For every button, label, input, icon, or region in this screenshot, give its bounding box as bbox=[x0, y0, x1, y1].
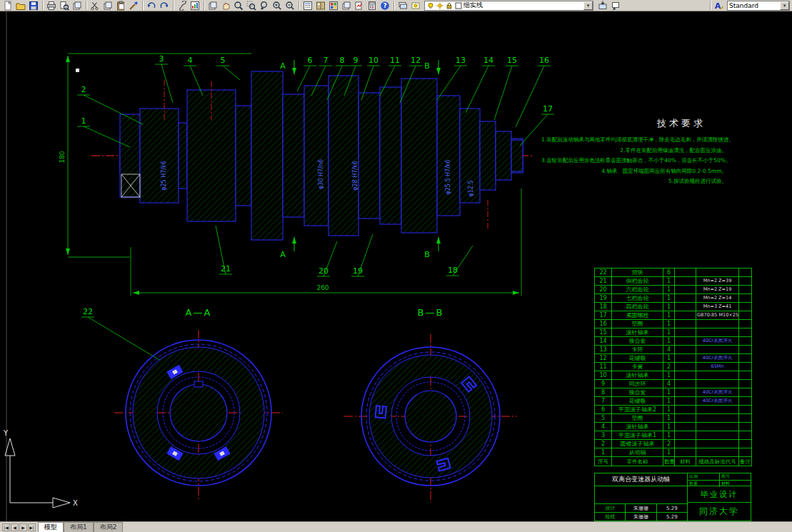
save-icon[interactable] bbox=[27, 0, 40, 11]
main-assembly-view bbox=[91, 71, 534, 240]
text-style-combo-value: Standard bbox=[729, 2, 778, 9]
sheetset-manager-icon[interactable] bbox=[340, 0, 353, 11]
insert-hyperlink-icon[interactable] bbox=[176, 0, 189, 11]
first-tab-button[interactable]: |◀ bbox=[2, 523, 10, 531]
layer-properties-manager-icon[interactable] bbox=[396, 0, 409, 11]
toolbar-separator bbox=[708, 0, 713, 11]
zoom-window-icon[interactable] bbox=[245, 0, 258, 11]
text-style-dropdown-icon[interactable]: ▾ bbox=[780, 1, 789, 10]
parts-table-row: 21倒档齿轮1Mn=2 Z=39 bbox=[595, 277, 752, 286]
last-tab-button[interactable]: ▶| bbox=[28, 523, 36, 531]
match-properties-icon[interactable] bbox=[127, 0, 140, 11]
tab-模型[interactable]: 模型 bbox=[38, 522, 64, 532]
callout-label: 16 bbox=[539, 56, 549, 65]
keyway bbox=[194, 381, 203, 387]
cut-icon[interactable] bbox=[89, 0, 101, 11]
zoom-in-icon[interactable] bbox=[271, 0, 284, 11]
shaft-dim-label: φ25 H7/k6 bbox=[161, 161, 167, 191]
section-view-b: B—B bbox=[344, 307, 517, 503]
sign-name: 朱珊珊 bbox=[626, 504, 656, 512]
sign-date: 5.29 bbox=[657, 513, 687, 521]
tab-nav-buttons: |◀◀▶▶| bbox=[0, 522, 38, 532]
toolbar-separator bbox=[40, 0, 45, 11]
title-block-project: 毕业设计 bbox=[688, 486, 751, 503]
sign-row-check: 校核 朱珊珊 5.29 bbox=[595, 512, 687, 521]
toolbar-separator bbox=[140, 0, 145, 11]
callout-label: 8 bbox=[340, 56, 345, 65]
paste-icon[interactable] bbox=[114, 0, 127, 11]
shaft-dim-label: φ28 H7/k6 bbox=[352, 161, 359, 191]
title-block-part-name: 双离合变速器从动轴 bbox=[595, 473, 688, 486]
layer-color-swatch[interactable] bbox=[454, 1, 462, 9]
parts-table-row: 17紧固螺栓1GB70-85 M10×25 bbox=[595, 311, 752, 320]
text-style-icon[interactable]: A bbox=[713, 0, 726, 11]
section-arrow-b-top: B bbox=[424, 61, 430, 71]
parts-table-row: 12花键毂140Cr表面淬火 bbox=[595, 354, 752, 363]
next-tab-button[interactable]: ▶ bbox=[19, 523, 27, 531]
callout-label: 2 bbox=[81, 85, 86, 94]
open-file-icon[interactable] bbox=[14, 0, 27, 11]
properties-icon[interactable] bbox=[301, 0, 314, 11]
pan-realtime-icon[interactable] bbox=[219, 0, 232, 11]
parts-table-row: 9同步环4 bbox=[595, 380, 752, 388]
ucs-y-label: Y bbox=[3, 429, 9, 437]
zoom-out-icon[interactable] bbox=[284, 0, 296, 11]
overall-height-dim: 180 bbox=[59, 151, 66, 163]
layer-lock-icon[interactable] bbox=[445, 1, 453, 9]
layer-combo-dropdown-icon[interactable]: ▾ bbox=[583, 1, 593, 10]
parts-table-row: 1从动轴1 bbox=[595, 448, 752, 457]
parts-table-row: 19七档齿轮1Mn=2 Z=14 bbox=[595, 294, 752, 303]
publish-icon[interactable] bbox=[71, 0, 84, 11]
callout-label: 21 bbox=[221, 264, 231, 273]
tool-palettes-icon[interactable] bbox=[327, 0, 340, 11]
callout-label: 9 bbox=[354, 56, 359, 65]
toolbar-separator bbox=[84, 0, 89, 11]
toolbar-style-icon: A bbox=[713, 0, 726, 11]
assembly-blocks bbox=[120, 71, 523, 240]
layout-tab-bar: |◀◀▶▶| 模型布局1布局2 bbox=[0, 521, 792, 532]
callout-label: 15 bbox=[507, 56, 517, 65]
callout-label: 19 bbox=[353, 266, 363, 276]
plot-preview-icon[interactable] bbox=[58, 0, 71, 11]
layer-states-manager-icon[interactable] bbox=[409, 0, 422, 11]
redo-icon[interactable] bbox=[158, 0, 171, 11]
insert-ole-object-icon[interactable] bbox=[189, 0, 201, 11]
layer-combo[interactable]: 细实线 ▾ bbox=[424, 1, 593, 11]
layer-previous-icon[interactable] bbox=[609, 0, 622, 11]
markup-set-manager-icon[interactable] bbox=[353, 0, 366, 11]
new-file-icon[interactable] bbox=[1, 0, 14, 11]
field-scale-label: 比例 bbox=[688, 473, 719, 480]
quickcalc-icon[interactable] bbox=[366, 0, 379, 11]
svg-text:?: ? bbox=[383, 2, 386, 9]
toolbar-separator bbox=[201, 0, 206, 11]
toolbar-separator bbox=[171, 0, 176, 11]
parts-table-grid: 22滑块621倒档齿轮1Mn=2 Z=3920六档齿轮1Mn=2 Z=1919七… bbox=[594, 268, 752, 466]
tab-布局2[interactable]: 布局2 bbox=[94, 522, 124, 532]
callout-label: 20 bbox=[319, 266, 329, 276]
sign-role: 校核 bbox=[595, 513, 626, 521]
named-views-icon[interactable] bbox=[206, 0, 219, 11]
title-block: 双离合变速器从动轴 比例 图号 数量 材料 设计 朱珊珊 5.29 校核 朱珊珊 bbox=[594, 473, 751, 521]
undo-icon[interactable] bbox=[145, 0, 158, 11]
copy-icon[interactable] bbox=[101, 0, 114, 11]
tab-布局1[interactable]: 布局1 bbox=[64, 522, 94, 532]
model-space-canvas[interactable]: 180 260 φ25 H7/k6φ30 H7/n6φ28 H7/k6φ25.5… bbox=[0, 11, 792, 521]
plot-icon[interactable] bbox=[45, 0, 58, 11]
previous-tab-button[interactable]: ◀ bbox=[11, 523, 19, 531]
grip-point[interactable] bbox=[76, 69, 79, 72]
layer-freeze-sun-icon[interactable] bbox=[436, 1, 443, 9]
make-objects-layer-icon[interactable] bbox=[596, 0, 609, 11]
callout-label: 1 bbox=[81, 116, 86, 126]
sign-role: 设计 bbox=[595, 504, 626, 512]
parts-table-row: 22滑块6 bbox=[595, 268, 752, 277]
text-style-combo[interactable]: Standard ▾ bbox=[727, 1, 790, 11]
toolbar-separator bbox=[391, 0, 396, 11]
zoom-previous-icon[interactable] bbox=[258, 0, 271, 11]
sign-name: 朱珊珊 bbox=[626, 513, 656, 521]
designcenter-icon[interactable] bbox=[314, 0, 327, 11]
layer-on-bulb-icon[interactable] bbox=[426, 1, 434, 9]
toolbar-layer-icons bbox=[396, 0, 422, 11]
callout-label: 13 bbox=[456, 56, 466, 65]
zoom-realtime-icon[interactable] bbox=[232, 0, 245, 11]
help-icon[interactable]: ? bbox=[379, 0, 391, 11]
